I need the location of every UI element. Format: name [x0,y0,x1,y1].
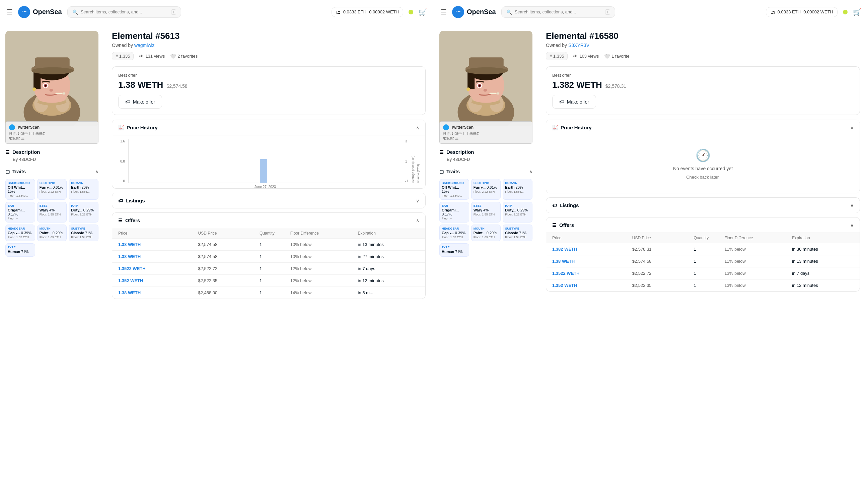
offers-table-row[interactable]: 1.352 WETH $2,522.35 1 13% below in 12 m… [546,279,860,291]
item-detail-column: Elemental #16580Owned by S3XYR3V # 1,335… [538,24,868,503]
trait-type: SUBTYPE [71,227,96,230]
description-label: Description [446,149,474,155]
search-bar[interactable]: 🔍 / [67,6,181,18]
price-history-header[interactable]: 📈 Price History ∧ [112,120,425,135]
trait-floor: Floor: 2.22 ETH [474,190,499,193]
trait-card[interactable]: EYES Wary 4% Floor: 1.55 ETH [471,202,501,222]
offers-table-row[interactable]: 1.38 WETH $2,468.00 1 14% below in 5 m..… [112,286,425,299]
offer-floor-diff: 10% below [290,254,358,259]
trait-floor: Floor: 1.585... [505,190,530,193]
description-header[interactable]: ☰ Description [6,149,99,155]
trait-card[interactable]: DOMAIN Earth 20% Floor: 1.585... [69,179,99,200]
trait-card[interactable]: HEADGEAR Cap -... 0.39% Floor: 1.85 ETH [6,224,35,241]
offers-icon: ☰ [552,222,557,228]
search-input[interactable] [515,9,602,14]
listings-section: 🏷 Listings ∨ [546,198,860,213]
trait-card[interactable]: MOUTH Paint... 0.29% Floor: 1.69 ETH [471,224,501,241]
trait-card[interactable]: EYES Wary 4% Floor: 1.55 ETH [37,202,67,222]
offer-expiry: in 5 m... [358,290,419,295]
trait-card[interactable]: MOUTH Paint... 0.29% Floor: 1.69 ETH [37,224,67,241]
eth-balance: 0.0333 ETH [778,9,801,14]
trait-card[interactable]: HAIR Dirty... 0.29% Floor: 2.22 ETH [503,202,533,222]
trait-floor: Floor: 1.85 ETH [8,235,33,239]
offers-table-row[interactable]: 1.38 WETH $2,574.58 1 10% below in 13 mi… [112,238,425,250]
offers-table-row[interactable]: 1.38 WETH $2,574.58 1 11% below in 13 mi… [546,255,860,267]
offers-table-row[interactable]: 1.38 WETH $2,574.58 1 10% below in 27 mi… [112,250,425,262]
item-title: Elemental #5613 [112,31,426,41]
panel-right: ☰ 〜 OpenSea 🔍 / 🗂 0.0333 ETH 0.00002 WET… [434,0,868,503]
offers-table-row[interactable]: 1.3522 WETH $2,522.72 1 13% below in 7 d… [546,267,860,279]
offers-table-row[interactable]: 1.3522 WETH $2,522.72 1 12% below in 7 d… [112,262,425,274]
trait-type: TYPE [442,245,467,249]
offer-usd: $2,578.31 [632,247,694,252]
traits-icon: ▢ [6,169,10,174]
listings-header[interactable]: 🏷 Listings ∨ [546,198,860,213]
item-detail-column: Elemental #5613Owned by wagmiwiz # 1,335… [104,24,434,503]
listings-header[interactable]: 🏷 Listings ∨ [112,193,425,208]
logo-text: OpenSea [467,8,496,16]
offers-collapse-icon: ∧ [416,218,419,223]
owner-link[interactable]: wagmiwiz [134,42,155,48]
best-offer-box: Best offer 1.38 WETH $2,574.58 🏷 Make of… [112,66,426,115]
navbar: ☰ 〜 OpenSea 🔍 / 🗂 0.0333 ETH 0.00002 WET… [0,0,434,24]
navbar: ☰ 〜 OpenSea 🔍 / 🗂 0.0333 ETH 0.00002 WET… [434,0,868,24]
offer-expiry: in 12 minutes [792,283,854,288]
heart-icon: 🤍 [170,54,176,59]
menu-icon[interactable]: ☰ [441,8,447,16]
make-offer-button[interactable]: 🏷 Make offer [118,95,162,109]
search-icon: 🔍 [72,9,78,15]
trait-card[interactable]: EAR Origami... 0.17% Floor: -- [6,202,35,222]
traits-header[interactable]: ▢ Traits ∧ [6,166,99,177]
item-meta-row: # 1,335 👁 131 views 🤍 2 favorites [112,52,426,60]
trait-value: Origami... 0.17% [442,208,467,216]
offer-floor-diff: 12% below [290,278,358,283]
twitterscan-line1: 排行: 计算中丨-丨未排名 [443,131,529,136]
offer-price: 1.38 WETH [118,242,198,247]
trait-card[interactable]: HAIR Dirty... 0.29% Floor: 2.22 ETH [69,202,99,222]
trait-card[interactable]: SUBTYPE Classic 71% Floor: 1.54 ETH [503,224,533,241]
trait-card[interactable]: DOMAIN Earth 20% Floor: 1.585... [503,179,533,200]
menu-icon[interactable]: ☰ [7,8,13,16]
price-history-title: 📈 Price History [118,125,158,130]
svg-point-15 [50,89,53,91]
twitterscan-badge: TwitterScan 排行: 计算中丨-丨未排名 地板价: 三 [6,121,99,144]
trait-card[interactable]: TYPE Human 71% [440,243,469,257]
search-icon: 🔍 [506,9,512,15]
trait-card[interactable]: BACKGROUND Off Whit... 15% Floor: 1.5849… [440,179,469,200]
description-header[interactable]: ☰ Description [440,149,533,155]
cart-icon[interactable]: 🛒 [418,8,427,16]
owner-link[interactable]: S3XYR3V [568,42,589,48]
cart-icon[interactable]: 🛒 [853,8,861,16]
trait-card[interactable]: EAR Origami... 0.17% Floor: -- [440,202,469,222]
weth-balance: 0.00002 WETH [369,9,399,14]
offers-table-header: PriceUSD PriceQuantityFloor DifferenceEx… [546,233,860,243]
trait-card[interactable]: CLOTHING Furry... 0.61% Floor: 2.22 ETH [37,179,67,200]
make-offer-button[interactable]: 🏷 Make offer [552,95,596,109]
offers-header[interactable]: ☰ Offers ∧ [112,213,425,228]
offers-table-row[interactable]: 1.352 WETH $2,522.35 1 12% below in 12 m… [112,274,425,286]
trait-card[interactable]: HEADGEAR Cap -... 0.39% Floor: 1.85 ETH [440,224,469,241]
description-author: By 48DCFD [440,155,533,162]
search-input[interactable] [81,9,168,14]
logo[interactable]: 〜 OpenSea [18,6,62,18]
trait-floor: Floor: -- [8,217,33,220]
svg-rect-17 [63,92,65,94]
trait-card[interactable]: SUBTYPE Classic 71% Floor: 1.54 ETH [69,224,99,241]
weth-balance: 0.00002 WETH [803,9,833,14]
traits-header[interactable]: ▢ Traits ∧ [440,166,533,177]
price-history-header[interactable]: 📈 Price History ∧ [546,120,860,135]
trait-card[interactable]: TYPE Human 71% [6,243,35,257]
offer-expiry: in 7 days [358,266,419,271]
item-image-column: TwitterScan 排行: 计算中丨-丨未排名 地板价: 三 ☰ Descr… [0,24,104,503]
trait-card[interactable]: BACKGROUND Off Whit... 15% Floor: 1.5849… [6,179,35,200]
offer-usd: $2,522.72 [198,266,259,271]
offers-table-row[interactable]: 1.382 WETH $2,578.31 1 11% below in 30 m… [546,243,860,255]
logo[interactable]: 〜 OpenSea [452,6,496,18]
trait-card[interactable]: CLOTHING Furry... 0.61% Floor: 2.22 ETH [471,179,501,200]
panel-left: ☰ 〜 OpenSea 🔍 / 🗂 0.0333 ETH 0.00002 WET… [0,0,434,503]
offers-header[interactable]: ☰ Offers ∧ [546,218,860,233]
trait-value: Dirty... 0.29% [505,208,530,212]
item-image-column: TwitterScan 排行: 计算中丨-丨未排名 地板价: 三 ☰ Descr… [434,24,538,503]
search-bar[interactable]: 🔍 / [501,6,615,18]
trait-value: Paint... 0.29% [40,231,65,235]
